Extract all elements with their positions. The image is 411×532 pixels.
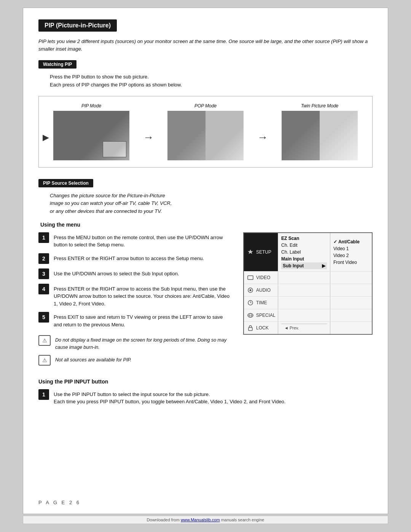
menu-item-chlabel: Ch. Label	[281, 249, 327, 256]
step-item-5: 5 Press EXIT to save and return to TV vi…	[38, 312, 232, 328]
menu-right-video	[330, 272, 372, 284]
video-icon	[247, 274, 254, 281]
menu-right-special	[330, 309, 372, 321]
pip-source-desc-line3: or any other devices that are connected …	[50, 208, 373, 216]
pip-input-step-number-1: 1	[38, 389, 49, 400]
note-text-1: Do not display a fixed image on the scre…	[55, 335, 232, 351]
step-text-5: Press EXIT to save and return to TV view…	[54, 312, 232, 328]
pip-mode-image-2	[167, 111, 244, 160]
menu-center-special	[278, 309, 330, 321]
step-item-2: 2 Press ENTER or the RIGHT arrow button …	[38, 253, 232, 264]
pip-input-step-1: 1 Use the PIP INPUT button to select the…	[38, 389, 373, 406]
step-item-1: 1 Press the MENU button on the remote co…	[38, 232, 232, 249]
tv-menu: SETUP EZ Scan Ch. Edit Ch. Label Main In…	[243, 232, 373, 335]
audio-icon	[247, 287, 254, 294]
pip-input-section: Using the PIP INPUT button 1 Use the PIP…	[38, 379, 373, 406]
menu-label-audio: AUDIO	[256, 288, 271, 293]
menu-center-video	[278, 272, 330, 284]
menu-left-video: VIDEO	[244, 272, 278, 284]
menu-right-audio	[330, 284, 372, 296]
menu-item-subinput: Sub Input ▶	[281, 262, 327, 269]
menu-right-item-2: Video 1	[333, 245, 369, 252]
menu-right-item-3: Video 2	[333, 252, 369, 259]
menu-center-lock: ◄ Prev.	[278, 322, 330, 334]
special-icon	[247, 312, 254, 319]
menu-row-setup: SETUP EZ Scan Ch. Edit Ch. Label Main In…	[244, 233, 372, 272]
pip-mode-item-1: PIP Mode	[43, 103, 140, 160]
menu-right-setup: ✓ Ant/Cable Video 1 Video 2 Front Video	[330, 233, 372, 271]
pip-source-desc-line2: image so you can watch your off-air TV, …	[50, 200, 373, 208]
step-number-1: 1	[38, 232, 49, 243]
menu-center-audio	[278, 284, 330, 296]
page-number: P A G E 2 6	[38, 500, 81, 505]
pip-source-heading: PIP Source Selection	[38, 179, 93, 187]
menu-row-special: SPECIAL	[244, 309, 372, 322]
step-text-2: Press ENTER or the RIGHT arrow button to…	[54, 253, 204, 262]
downloaded-bar: Downloaded from www.Manualslib.com manua…	[23, 516, 388, 524]
pip-source-desc: Changes the picture source for the Pictu…	[50, 192, 373, 216]
time-icon	[247, 299, 254, 306]
svg-rect-10	[249, 328, 252, 331]
arrow-right-icon-1: →	[143, 131, 154, 144]
using-menu-label: Using the menu	[40, 222, 373, 228]
svg-point-3	[250, 289, 252, 291]
watching-pip-line2: Each press of PIP changes the PIP option…	[50, 81, 373, 89]
manualslib-link[interactable]: www.Manualslib.com	[181, 518, 220, 522]
menu-right-item-4: Front Video	[333, 259, 369, 266]
svg-rect-1	[248, 276, 253, 280]
step-number-2: 2	[38, 253, 49, 264]
pip-source-desc-line1: Changes the picture source for the Pictu…	[50, 192, 373, 200]
menu-label-video: VIDEO	[256, 275, 270, 280]
subinput-label: Sub Input	[283, 263, 304, 268]
watching-pip-instructions: Press the PIP button to show the sub pic…	[50, 73, 373, 89]
pop-mode-label: POP Mode	[194, 103, 217, 109]
menu-right-lock	[330, 322, 372, 334]
step-item-3: 3 Use the UP/DOWN arrows to select the S…	[38, 268, 232, 279]
menu-right-time	[330, 297, 372, 309]
menu-label-special: SPECIAL	[256, 313, 276, 318]
steps-and-menu: 1 Press the MENU button on the remote co…	[38, 232, 373, 369]
note-text-2: Not all sources are available for PIP.	[55, 355, 132, 364]
steps-list: 1 Press the MENU button on the remote co…	[38, 232, 232, 369]
step-number-5: 5	[38, 312, 49, 323]
menu-right-item-1: ✓ Ant/Cable	[333, 238, 369, 245]
step-text-4: Press ENTER or the RIGHT arrow to access…	[54, 284, 232, 308]
menu-center-setup: EZ Scan Ch. Edit Ch. Label Main Input Su…	[278, 233, 330, 271]
watching-pip-section: Watching PIP Press the PIP button to sho…	[38, 60, 373, 168]
menu-row-time: TIME	[244, 297, 372, 309]
intro-text: PIP lets you view 2 different inputs (so…	[38, 38, 373, 53]
note-icon-1	[38, 335, 51, 346]
menu-label-lock: LOCK	[256, 325, 269, 331]
step-number-3: 3	[38, 268, 49, 279]
menu-left-time: TIME	[244, 297, 278, 309]
pip-input-step-text-1: Use the PIP INPUT button to select the i…	[54, 389, 285, 406]
note-box-row-1: Do not display a fixed image on the scre…	[38, 335, 232, 351]
page-title: PIP (Picture-in-Picture)	[38, 19, 117, 32]
note-icon-2	[38, 355, 51, 366]
menu-item-chedit: Ch. Edit	[281, 242, 327, 249]
pip-mode-item-2: POP Mode	[157, 103, 254, 160]
menu-left-lock: LOCK	[244, 322, 278, 334]
page-container: PIP (Picture-in-Picture) PIP lets you vi…	[23, 8, 388, 514]
pip-source-section: PIP Source Selection Changes the picture…	[38, 179, 373, 369]
subinput-arrow: ▶	[322, 263, 325, 268]
prev-label: ◄ Prev.	[281, 324, 327, 332]
step-text-3: Use the UP/DOWN arrows to select the Sub…	[54, 268, 179, 278]
setup-icon	[247, 249, 254, 256]
step-text-1: Press the MENU button on the remote cont…	[54, 232, 232, 249]
pip-modes-row: ▶ PIP Mode → POP Mode → Twin Picture Mod…	[38, 96, 373, 168]
step-item-4: 4 Press ENTER or the RIGHT arrow to acce…	[38, 284, 232, 308]
left-arrow-icon: ▶	[43, 133, 49, 142]
pip-mode-image-3	[282, 111, 358, 160]
menu-label-setup: SETUP	[256, 249, 271, 255]
watching-pip-line1: Press the PIP button to show the sub pic…	[50, 73, 373, 81]
menu-item-ezscan: EZ Scan	[281, 235, 327, 242]
menu-row-video: VIDEO	[244, 272, 372, 284]
pip-mode-item-3: Twin Picture Mode	[271, 103, 368, 160]
arrow-right-icon-2: →	[257, 131, 268, 144]
note-box-row-2: Not all sources are available for PIP.	[38, 355, 232, 366]
menu-left-setup: SETUP	[244, 233, 278, 271]
using-pip-label: Using the PIP INPUT button	[38, 379, 373, 385]
twin-mode-label: Twin Picture Mode	[301, 103, 338, 109]
svg-marker-0	[248, 249, 253, 254]
